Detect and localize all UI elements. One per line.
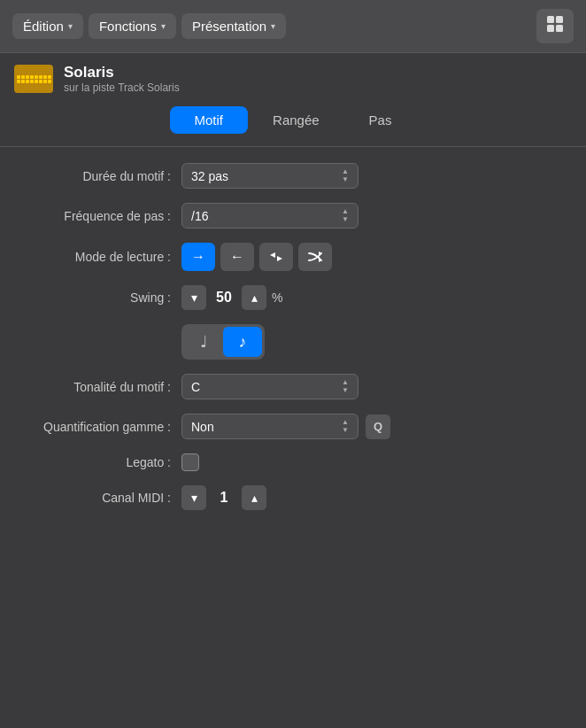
svg-rect-1 xyxy=(556,16,563,23)
note-eighth-button[interactable]: ♩ xyxy=(184,327,223,357)
swing-value: 50 xyxy=(212,290,236,306)
quantification-select[interactable]: Non ▲ ▼ xyxy=(181,414,359,439)
svg-rect-2 xyxy=(547,25,554,32)
note-type-buttons: ♩ ♪ xyxy=(181,324,265,360)
mode-pingpong-button[interactable] xyxy=(259,243,293,271)
grid-icon-button[interactable] xyxy=(536,9,574,43)
svg-rect-3 xyxy=(556,25,563,32)
mode-forward-button[interactable]: → xyxy=(181,243,215,271)
main-content: Durée du motif : 32 pas ▲ ▼ Fréquence de… xyxy=(0,147,586,540)
mode-label: Mode de lecture : xyxy=(18,250,181,264)
tab-rangee[interactable]: Rangée xyxy=(248,106,344,134)
canal-up-button[interactable]: ▴ xyxy=(242,485,266,510)
legato-checkbox[interactable] xyxy=(181,453,199,471)
quantification-stepper[interactable]: ▲ ▼ xyxy=(342,419,349,434)
canal-value: 1 xyxy=(212,490,236,506)
duree-row: Durée du motif : 32 pas ▲ ▼ xyxy=(18,163,568,189)
svg-rect-0 xyxy=(547,16,554,23)
swing-row: Swing : ▾ 50 ▴ % xyxy=(18,285,568,310)
canal-row: Canal MIDI : ▾ 1 ▴ xyxy=(18,485,568,510)
edition-menu-button[interactable]: Édition ▾ xyxy=(12,13,83,39)
presentation-chevron-icon: ▾ xyxy=(271,21,275,31)
quantification-down-arrow: ▼ xyxy=(342,427,349,434)
quantification-up-arrow: ▲ xyxy=(342,419,349,426)
tonalite-down-arrow: ▼ xyxy=(342,387,349,394)
quantification-row: Quantification gamme : Non ▲ ▼ Q xyxy=(18,414,568,439)
frequence-stepper[interactable]: ▲ ▼ xyxy=(342,208,349,223)
swing-unit: % xyxy=(272,290,282,305)
instrument-name: Solaris xyxy=(64,64,180,81)
presentation-label: Présentation xyxy=(192,19,266,34)
duree-stepper[interactable]: ▲ ▼ xyxy=(342,168,349,183)
quantification-label: Quantification gamme : xyxy=(18,420,181,434)
swing-control: ▾ 50 ▴ % xyxy=(181,285,282,310)
quantification-value: Non xyxy=(191,420,214,434)
tonalite-stepper[interactable]: ▲ ▼ xyxy=(342,379,349,394)
presentation-menu-button[interactable]: Présentation ▾ xyxy=(181,13,286,39)
fonctions-label: Fonctions xyxy=(99,19,157,34)
tonalite-value: C xyxy=(191,380,200,394)
note-quarter-button[interactable]: ♪ xyxy=(223,327,262,357)
q-button[interactable]: Q xyxy=(366,414,390,439)
swing-label: Swing : xyxy=(18,290,181,305)
frequence-select[interactable]: /16 ▲ ▼ xyxy=(181,203,359,228)
mode-backward-button[interactable]: ← xyxy=(220,243,254,271)
frequence-row: Fréquence de pas : /16 ▲ ▼ xyxy=(18,203,568,228)
edition-label: Édition xyxy=(23,19,64,34)
duree-label: Durée du motif : xyxy=(18,169,181,183)
duree-value: 32 pas xyxy=(191,169,228,183)
tab-pas[interactable]: Pas xyxy=(344,106,417,134)
mode-random-button[interactable] xyxy=(298,243,332,271)
duree-up-arrow: ▲ xyxy=(342,168,349,175)
header: Solaris sur la piste Track Solaris xyxy=(0,53,586,103)
header-text: Solaris sur la piste Track Solaris xyxy=(64,64,180,94)
frequence-label: Fréquence de pas : xyxy=(18,209,181,223)
edition-chevron-icon: ▾ xyxy=(68,21,73,31)
canal-down-button[interactable]: ▾ xyxy=(181,485,206,510)
tonalite-select[interactable]: C ▲ ▼ xyxy=(181,374,359,399)
mode-buttons: → ← xyxy=(181,243,332,271)
frequence-up-arrow: ▲ xyxy=(342,208,349,215)
fonctions-chevron-icon: ▾ xyxy=(161,21,166,31)
instrument-icon xyxy=(14,65,53,93)
tonalite-row: Tonalité du motif : C ▲ ▼ xyxy=(18,374,568,399)
duree-select[interactable]: 32 pas ▲ ▼ xyxy=(181,163,359,189)
swing-down-button[interactable]: ▾ xyxy=(181,285,206,310)
tonalite-up-arrow: ▲ xyxy=(342,379,349,386)
frequence-down-arrow: ▼ xyxy=(342,216,349,223)
fonctions-menu-button[interactable]: Fonctions ▾ xyxy=(89,13,176,39)
tab-motif[interactable]: Motif xyxy=(170,106,249,134)
swing-up-button[interactable]: ▴ xyxy=(242,285,266,310)
frequence-value: /16 xyxy=(191,209,208,223)
quantification-control: Non ▲ ▼ Q xyxy=(181,414,390,439)
legato-row: Legato : xyxy=(18,453,568,471)
canal-control: ▾ 1 ▴ xyxy=(181,485,266,510)
legato-label: Legato : xyxy=(18,455,181,469)
track-name: sur la piste Track Solaris xyxy=(64,81,180,94)
duree-down-arrow: ▼ xyxy=(342,176,349,183)
tab-row: Motif Rangée Pas xyxy=(0,103,586,146)
tonalite-label: Tonalité du motif : xyxy=(18,380,181,394)
canal-label: Canal MIDI : xyxy=(18,491,181,505)
mode-row: Mode de lecture : → ← xyxy=(18,243,568,271)
toolbar: Édition ▾ Fonctions ▾ Présentation ▾ xyxy=(0,0,586,53)
